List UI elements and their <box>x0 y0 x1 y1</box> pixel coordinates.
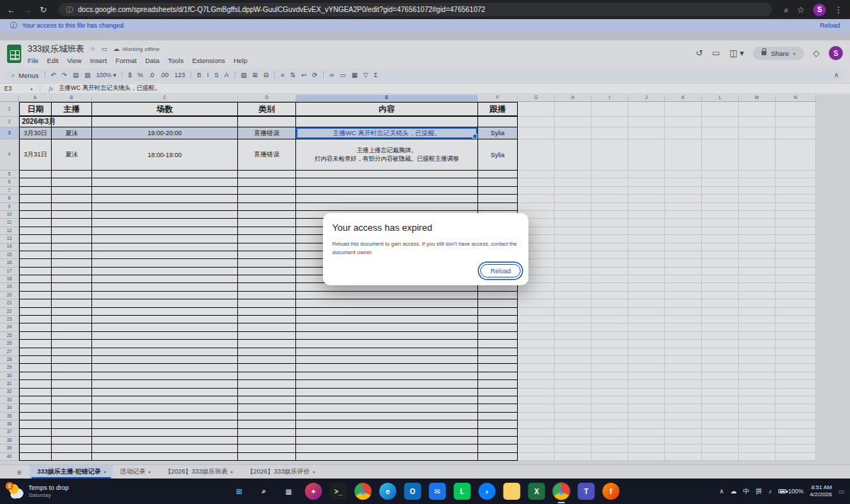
clock-date: 4/2/2026 <box>810 491 832 498</box>
refresh-icon[interactable]: ↻ <box>40 6 47 14</box>
line-icon[interactable]: L <box>454 483 471 500</box>
back-icon[interactable]: ← <box>7 6 16 14</box>
weather-widget[interactable]: 3 Temps to drop Saturday <box>6 479 72 504</box>
battery-percent: 100% <box>788 488 804 495</box>
ime-language-indicator[interactable]: 中 <box>743 487 749 496</box>
edge-icon[interactable]: e <box>380 483 397 500</box>
weather-badge: 3 <box>6 482 13 490</box>
battery-indicator[interactable]: 100% <box>778 488 804 495</box>
hidden-icons-chevron[interactable]: ∧ <box>720 488 725 495</box>
excel-icon[interactable]: X <box>528 483 545 500</box>
battery-icon <box>778 489 786 493</box>
clock-time: 8:51 AM <box>810 484 832 491</box>
task-view-icon[interactable]: ▦ <box>280 483 298 500</box>
windows-taskbar: 3 Temps to drop Saturday ⊞⌕▦✦>_◉eO✉L◗X◉T… <box>0 479 850 504</box>
dialog-body: Reload this document to gain access. If … <box>332 240 519 256</box>
notification-center-icon[interactable]: ▭ <box>838 488 844 495</box>
mail-icon[interactable]: ✉ <box>429 483 446 500</box>
taskbar-apps: ⊞⌕▦✦>_◉eO✉L◗X◉Tf <box>231 479 620 504</box>
bar-reload-link[interactable]: Reload <box>820 22 840 29</box>
teams-icon[interactable]: T <box>578 483 595 500</box>
volume-icon[interactable]: ♪ <box>769 488 772 495</box>
outlook-icon[interactable]: O <box>404 483 421 500</box>
search-tabs-icon[interactable]: ⌕ <box>784 6 789 14</box>
access-changed-message: Your access to this file has changed. <box>22 22 125 29</box>
ime-pinyin-indicator[interactable]: 拼 <box>756 487 762 496</box>
photos-icon[interactable]: ✦ <box>305 483 322 500</box>
tray-icons: ∧☁中拼♪ <box>720 487 772 496</box>
chrome-icon[interactable]: ◉ <box>355 483 372 500</box>
onedrive-icon[interactable]: ☁ <box>730 488 737 495</box>
site-info-icon[interactable]: ⓘ <box>66 5 73 15</box>
reload-button[interactable]: Reload <box>480 264 521 277</box>
weather-icon: 3 <box>8 484 23 499</box>
titlebar-actions: ⌕ ☆ S ⋮ <box>784 4 844 16</box>
info-icon: ⓘ <box>10 21 17 30</box>
start-icon[interactable]: ⊞ <box>231 483 248 500</box>
access-expired-dialog: Your access has expired Reload this docu… <box>323 213 528 285</box>
url-text[interactable]: docs.google.com/spreadsheets/d/1fC-Q7LGm… <box>78 6 485 13</box>
bookmark-star-icon[interactable]: ☆ <box>797 6 805 14</box>
browser-menu-icon[interactable]: ⋮ <box>834 6 843 14</box>
access-changed-bar: ⓘ Your access to this file has changed. … <box>0 19 850 32</box>
search-icon[interactable]: ⌕ <box>256 483 273 500</box>
dialog-title: Your access has expired <box>332 222 519 233</box>
address-bar[interactable]: ⓘ docs.google.com/spreadsheets/d/1fC-Q7L… <box>59 3 771 16</box>
browser-profile-avatar[interactable]: S <box>813 4 826 16</box>
firefox-icon[interactable]: f <box>603 483 620 500</box>
taskbar-clock[interactable]: 8:51 AM 4/2/2026 <box>810 484 832 499</box>
system-tray: ∧☁中拼♪ 100% 8:51 AM 4/2/2026 ▭ <box>720 479 845 504</box>
messenger-icon[interactable]: ◗ <box>479 483 496 500</box>
chrome-active-icon[interactable]: ◉ <box>553 483 570 500</box>
weather-title: Temps to drop <box>28 484 69 492</box>
browser-titlebar: ← → ↻ ⓘ docs.google.com/spreadsheets/d/1… <box>0 0 850 19</box>
weather-subtitle: Saturday <box>28 492 69 499</box>
terminal-icon[interactable]: >_ <box>330 483 347 500</box>
file-explorer-icon[interactable] <box>504 483 521 500</box>
forward-icon[interactable]: → <box>23 6 32 14</box>
